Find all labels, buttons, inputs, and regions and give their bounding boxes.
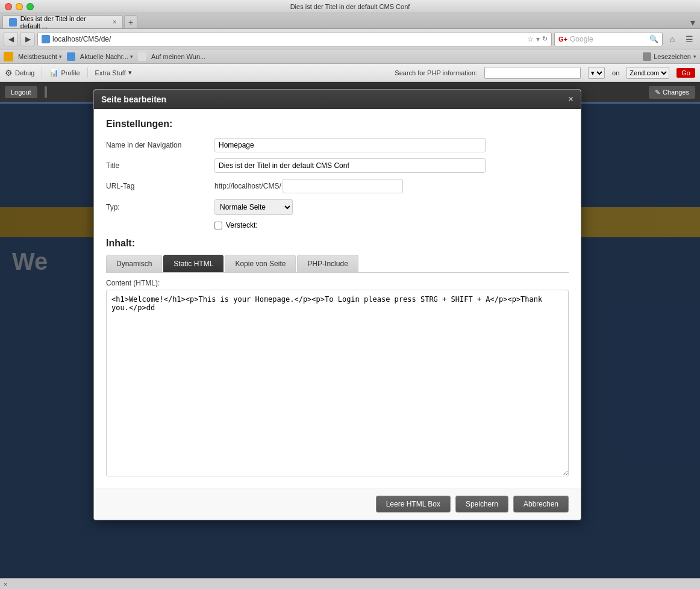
url-tag-label: URL-Tag <box>106 182 214 190</box>
leere-html-box-button[interactable]: Leere HTML Box <box>376 496 451 513</box>
php-search-label: Search for PHP information: <box>395 69 477 76</box>
bookmark-label-3: Auf meinen Wun... <box>151 53 205 60</box>
changes-icon: ✎ <box>655 89 660 96</box>
bookmark-arrow-2-icon: ▾ <box>130 54 133 60</box>
search-on-label: on <box>612 69 619 76</box>
address-text: localhost/CMS/de/ <box>52 35 525 43</box>
nav-name-row: Name in der Navigation <box>106 138 569 152</box>
window-title: Dies ist der Titel in der default CMS Co… <box>290 3 410 10</box>
bookmarks-right: Lesezeichen ▾ <box>643 52 696 61</box>
home-button[interactable]: ⌂ <box>665 32 680 46</box>
tab-title: Dies ist der Titel in der default ... <box>20 15 107 30</box>
speichern-button[interactable]: Speichern <box>455 496 508 513</box>
status-bar: × <box>0 578 700 589</box>
maximize-window-btn[interactable] <box>27 3 34 10</box>
type-select[interactable]: Normale Seite <box>214 199 293 215</box>
nav-name-label: Name in der Navigation <box>106 141 214 149</box>
new-tab-button[interactable]: + <box>124 15 137 28</box>
modal-footer: Leere HTML Box Speichern Abbrechen <box>94 488 581 520</box>
logout-button[interactable]: Logout <box>5 86 37 98</box>
dev-toolbar: ⚙ Debug 📊 Profile Extra Stuff ▾ Search f… <box>0 64 700 82</box>
changes-label: Changes <box>663 89 689 96</box>
status-x-icon: × <box>4 581 7 588</box>
content-heading: Inhalt: <box>106 238 569 249</box>
lesezeichen-arrow-icon: ▾ <box>693 54 696 60</box>
title-bar: Dies ist der Titel in der default CMS Co… <box>0 0 700 13</box>
address-favicon-icon <box>42 35 50 43</box>
modal-header: Seite bearbeiten × <box>94 90 581 109</box>
settings-heading: Einstellungen: <box>106 119 569 129</box>
extra-stuff-button[interactable]: Extra Stuff ▾ <box>95 69 132 76</box>
refresh-icon[interactable]: ↻ <box>542 35 548 43</box>
content-html-label: Content (HTML): <box>106 279 569 287</box>
search-engine-icon: G+ <box>558 36 567 43</box>
bookmark-favicon-2 <box>67 52 75 61</box>
tab-php-include[interactable]: PHP-Include <box>297 255 358 272</box>
modal-close-button[interactable]: × <box>568 95 573 104</box>
changes-button[interactable]: ✎ Changes <box>649 86 695 99</box>
type-row: Typ: Normale Seite <box>106 199 569 215</box>
tab-kopie-von-seite[interactable]: Kopie von Seite <box>225 255 296 272</box>
abbrechen-button[interactable]: Abbrechen <box>513 496 569 513</box>
extra-stuff-label: Extra Stuff <box>95 69 126 76</box>
modal-title: Seite bearbeiten <box>101 95 166 104</box>
type-label: Typ: <box>106 203 214 211</box>
php-search-input[interactable] <box>484 67 581 79</box>
bookmark-label-2: Aktuelle Nachr... <box>80 53 128 60</box>
bookmark-wunsch[interactable]: Auf meinen Wun... <box>151 53 205 60</box>
dropdown-icon[interactable]: ▾ <box>536 35 540 43</box>
hidden-label: Versteckt: <box>226 221 258 229</box>
search-bar[interactable]: G+ Google 🔍 <box>554 32 663 46</box>
toolbar-divider-1 <box>42 67 42 78</box>
content-html-textarea[interactable]: <h1>Welcome!</h1><p>This is your Homepag… <box>106 290 569 476</box>
tab-favicon-icon <box>9 18 17 26</box>
hidden-checkbox[interactable] <box>214 222 222 229</box>
url-prefix-text: http://localhost/CMS/ <box>214 182 281 190</box>
toolbar-divider-2 <box>87 67 88 78</box>
bookmark-meistbesucht[interactable]: Meistbesucht ▾ <box>18 53 62 60</box>
debug-label: Debug <box>15 69 34 76</box>
tab-close-icon[interactable]: × <box>113 19 116 25</box>
cms-toolbar-divider <box>45 86 47 98</box>
forward-button[interactable]: ▶ <box>20 32 35 46</box>
content-tabs: Dynamisch Static HTML Kopie von Seite PH… <box>106 255 569 273</box>
edit-page-modal: Seite bearbeiten × Einstellungen: Name i… <box>93 89 581 520</box>
title-row: Title <box>106 158 569 173</box>
tab-bar: Dies ist der Titel in der default ... × … <box>0 13 700 29</box>
modal-body: Einstellungen: Name in der Navigation Ti… <box>94 109 581 488</box>
profile-label: Profile <box>61 69 80 76</box>
extra-stuff-arrow-icon: ▾ <box>128 69 132 76</box>
tab-static-html[interactable]: Static HTML <box>163 255 223 272</box>
bookmarks-right-icon <box>643 52 651 61</box>
star-icon[interactable]: ☆ <box>527 35 534 43</box>
bookmarks-icon <box>4 52 13 61</box>
php-search-engine-select[interactable]: Zend.com <box>627 67 669 79</box>
navigation-bar: ◀ ▶ localhost/CMS/de/ ☆ ▾ ↻ G+ Google 🔍 … <box>0 29 700 49</box>
debug-button[interactable]: ⚙ Debug <box>5 68 34 78</box>
hidden-row: Versteckt: <box>214 221 569 229</box>
bookmark-favicon-3 <box>138 52 146 61</box>
minimize-window-btn[interactable] <box>16 3 23 10</box>
back-button[interactable]: ◀ <box>4 32 18 46</box>
close-window-btn[interactable] <box>5 3 12 10</box>
title-label: Title <box>106 161 214 170</box>
browser-tab-active[interactable]: Dies ist der Titel in der default ... × <box>2 15 123 28</box>
address-bar[interactable]: localhost/CMS/de/ ☆ ▾ ↻ <box>37 32 552 46</box>
url-tag-row: URL-Tag http://localhost/CMS/ <box>106 179 569 193</box>
search-submit-icon[interactable]: 🔍 <box>649 35 658 43</box>
nav-name-input[interactable] <box>214 138 486 152</box>
tab-dynamisch[interactable]: Dynamisch <box>106 255 162 272</box>
menu-button[interactable]: ☰ <box>682 32 696 46</box>
search-placeholder: Google <box>570 35 647 43</box>
title-input[interactable] <box>214 158 486 173</box>
php-search-type-select[interactable]: ▾ <box>588 67 605 79</box>
bookmark-arrow-icon: ▾ <box>59 54 62 60</box>
bookmarks-bar: Meistbesucht ▾ Aktuelle Nachr... ▾ Auf m… <box>0 49 700 64</box>
profile-button[interactable]: 📊 Profile <box>49 69 80 77</box>
tab-bar-right: ▾ <box>690 17 700 28</box>
lesezeichen-label[interactable]: Lesezeichen <box>654 53 691 60</box>
bookmark-label: Meistbesucht <box>18 53 57 60</box>
bookmark-nachrichten[interactable]: Aktuelle Nachr... ▾ <box>80 53 133 60</box>
php-go-button[interactable]: Go <box>677 68 695 78</box>
url-tag-input[interactable] <box>283 179 403 193</box>
